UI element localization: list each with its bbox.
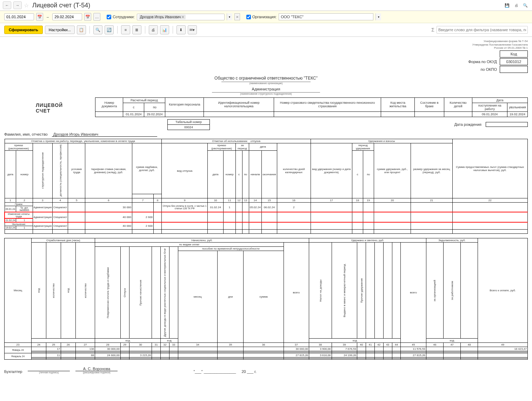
collapse-button[interactable]: ≣: [132, 25, 141, 34]
download-button[interactable]: ⬇: [177, 25, 186, 34]
org-dropdown[interactable]: ▾: [375, 13, 381, 20]
highlighted-row: Изменение оплаты труда Администрация Спе…: [5, 212, 528, 218]
org-field[interactable]: ООО "ТЕКС": [279, 13, 373, 20]
table-row: Январь 24 17136 30 000,00 30 000,00 3 90…: [5, 347, 528, 351]
form-button[interactable]: Сформировать: [4, 26, 43, 34]
expand-button[interactable]: ≡: [121, 25, 130, 34]
refresh-button[interactable]: 🔄: [105, 25, 114, 34]
code-label: Код: [500, 50, 528, 57]
document-title: ЛИЦЕВОЙ СЧЕТ: [4, 102, 91, 117]
page-title: Лицевой счет (T-54): [32, 2, 90, 9]
date-more-button[interactable]: …: [93, 13, 100, 21]
employees-clear[interactable]: ✕: [234, 13, 240, 20]
print-icon[interactable]: 🖨: [512, 1, 520, 9]
sigma-icon: Σ: [431, 27, 434, 33]
mail-button[interactable]: ✉▾: [188, 25, 197, 34]
excel-button[interactable]: 📊: [160, 25, 169, 34]
org-checkbox[interactable]: [246, 15, 251, 19]
save-icon[interactable]: 💾: [503, 1, 511, 9]
remove-employee-icon[interactable]: ✕: [181, 15, 184, 19]
variants-button[interactable]: 📋: [77, 25, 86, 34]
filter-input[interactable]: [437, 26, 528, 34]
settings-button[interactable]: Настройки...: [45, 26, 75, 34]
find-button[interactable]: 🔍: [93, 25, 102, 34]
date-to-input[interactable]: [52, 13, 82, 20]
employees-checkbox[interactable]: [107, 15, 111, 19]
table-row: Февраль 24 1188 24 600,00 3 215,26 27 81…: [5, 353, 528, 358]
back-button[interactable]: ←: [3, 1, 11, 9]
calendar-to-button[interactable]: 📅: [84, 13, 91, 21]
date-from-input[interactable]: [4, 13, 34, 20]
print-button[interactable]: 🖨: [149, 25, 158, 34]
employees-field[interactable]: Дроздов Игорь Иванович✕: [137, 14, 225, 20]
org-name: Общество с ограниченной ответственностью…: [4, 76, 528, 81]
forward-button[interactable]: →: [13, 1, 22, 9]
calendar-from-button[interactable]: 📅: [36, 13, 43, 21]
employees-dropdown[interactable]: ▾: [227, 13, 232, 20]
favorite-icon[interactable]: ☆: [24, 2, 29, 9]
search-icon[interactable]: 🔍: [521, 1, 529, 9]
